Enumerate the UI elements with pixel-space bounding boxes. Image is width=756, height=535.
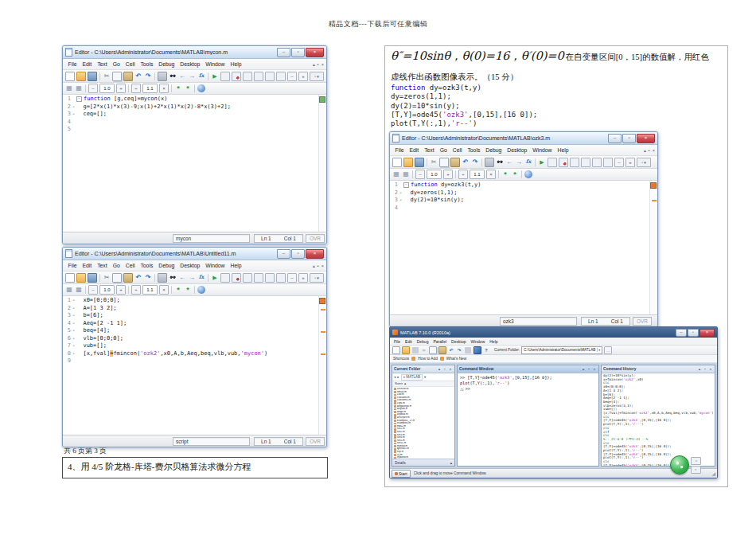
menu-item[interactable]: Go bbox=[437, 147, 450, 153]
pin-icon[interactable]: ▪ bbox=[318, 264, 319, 268]
close-document-icon[interactable]: × bbox=[321, 62, 324, 67]
find-icon[interactable] bbox=[496, 158, 504, 166]
scroll-right-icon[interactable]: ▹ bbox=[691, 466, 701, 474]
close-document-icon[interactable]: × bbox=[592, 367, 597, 371]
forward-icon[interactable]: → bbox=[188, 274, 196, 282]
antivirus-overlay-icon[interactable] bbox=[670, 455, 689, 474]
step-in-icon[interactable] bbox=[265, 273, 275, 283]
details-bar[interactable]: Details▴ bbox=[392, 459, 454, 466]
menu-item[interactable]: Help bbox=[555, 147, 571, 153]
open-icon[interactable] bbox=[76, 273, 86, 283]
code-editor[interactable]: 1- x0=[0;0;0];2- A=[1 3 2];3- b=[6];4- A… bbox=[63, 296, 318, 435]
menu-item[interactable]: Window bbox=[203, 263, 228, 268]
open-icon[interactable] bbox=[76, 72, 86, 81]
overflow-icon[interactable]: » bbox=[298, 72, 308, 81]
eval-advance-icon[interactable]: * bbox=[184, 84, 192, 92]
cell-value-box[interactable]: 1.0 bbox=[99, 285, 115, 295]
toolbar-dropdown[interactable]: – bbox=[614, 158, 624, 167]
shortcut-how-to-add[interactable]: How to Add bbox=[418, 357, 438, 361]
command-window-text[interactable]: >> [T,Y]=ode45('ozk3',[0,15],[16 0]);plo… bbox=[458, 373, 598, 466]
step-icon[interactable] bbox=[254, 72, 263, 81]
scroll-left-icon[interactable]: ◃ bbox=[691, 457, 701, 465]
paste-icon[interactable] bbox=[123, 72, 133, 81]
undo-icon[interactable]: ↶ bbox=[134, 72, 142, 80]
close-button[interactable]: × bbox=[306, 249, 324, 259]
breakpoint-set-icon[interactable] bbox=[232, 72, 241, 81]
close-button[interactable]: × bbox=[699, 329, 715, 337]
forward-icon[interactable]: → bbox=[188, 72, 196, 80]
find-icon[interactable] bbox=[169, 72, 177, 80]
back-icon[interactable]: ← bbox=[505, 158, 513, 166]
redo-icon[interactable]: ↷ bbox=[144, 274, 152, 282]
cell-divider-icon[interactable]: ▦ bbox=[65, 286, 73, 294]
overflow-icon[interactable]: » bbox=[625, 158, 635, 167]
paste-icon[interactable] bbox=[450, 158, 460, 167]
redo-icon[interactable]: ↷ bbox=[471, 158, 479, 166]
new-file-icon[interactable] bbox=[392, 158, 402, 167]
divide-step-button[interactable]: ÷ bbox=[131, 285, 141, 295]
step-in-icon[interactable] bbox=[592, 158, 602, 167]
start-button[interactable]: Start bbox=[392, 470, 411, 478]
menu-item[interactable]: Window bbox=[468, 339, 487, 344]
cell-divider-icon[interactable]: ▦ bbox=[65, 84, 73, 92]
menu-item[interactable]: Edit bbox=[403, 339, 415, 344]
run-icon[interactable]: ▶ bbox=[211, 274, 219, 282]
menu-item[interactable]: Tools bbox=[465, 147, 483, 153]
window-corner-controls[interactable]: ◃ ▹ bbox=[691, 457, 701, 474]
dock-button[interactable]: ▫ ▾ bbox=[310, 273, 324, 283]
decrease-value-button[interactable]: – bbox=[415, 170, 425, 179]
maximize-button[interactable]: ▫ bbox=[291, 48, 305, 57]
status-ovr[interactable]: OVR bbox=[306, 234, 325, 243]
new-file-icon[interactable] bbox=[392, 346, 400, 354]
cell-value-box[interactable]: 1.0 bbox=[99, 84, 115, 93]
breakpoint-clear-icon[interactable] bbox=[243, 72, 252, 81]
fx-icon[interactable]: fx bbox=[524, 158, 532, 166]
menu-item[interactable]: Tools bbox=[138, 61, 156, 67]
menu-item[interactable]: Debug bbox=[156, 263, 177, 268]
title-bar[interactable]: Editor - C:\Users\Administrator\Document… bbox=[390, 132, 657, 145]
menu-item[interactable]: File bbox=[392, 339, 403, 344]
divide-step-button[interactable]: ÷ bbox=[458, 170, 468, 179]
close-document-icon[interactable]: × bbox=[708, 367, 713, 371]
forward-icon[interactable]: → bbox=[515, 158, 523, 166]
fx-icon[interactable]: fx bbox=[197, 274, 205, 282]
close-button[interactable]: × bbox=[306, 48, 324, 57]
cell-divider-icon[interactable]: ▦ bbox=[392, 170, 400, 178]
menu-item[interactable]: Edit bbox=[407, 147, 422, 153]
run-icon[interactable]: ▶ bbox=[211, 72, 219, 80]
maximize-button[interactable]: ▫ bbox=[291, 249, 305, 259]
menu-item[interactable]: File bbox=[392, 147, 407, 153]
menu-item[interactable]: Desktop bbox=[177, 263, 203, 268]
eval-cell-icon[interactable]: * bbox=[501, 170, 509, 178]
undock-editor-icon[interactable]: ▴ bbox=[437, 367, 442, 371]
pin-icon[interactable]: ▪ bbox=[586, 367, 591, 371]
menu-item[interactable]: Help bbox=[487, 339, 500, 344]
close-button[interactable]: × bbox=[637, 134, 655, 143]
cut-icon[interactable]: ✂ bbox=[430, 158, 438, 166]
back-icon[interactable]: ← bbox=[178, 72, 186, 80]
title-bar[interactable]: Editor - C:\Users\Administrator\Document… bbox=[63, 248, 326, 260]
step-icon[interactable] bbox=[254, 273, 263, 283]
code-editor[interactable]: 1−function dy=ozk3(t,y)2- dy=zeros(1,1);… bbox=[390, 181, 649, 314]
cell-divider2-icon[interactable]: ▦ bbox=[402, 170, 410, 178]
title-bar[interactable]: MATLAB 7.10.0 (R2010a) –▫× bbox=[390, 327, 717, 338]
chevron-down-icon[interactable]: ▾ bbox=[424, 375, 426, 379]
cell-step-box[interactable]: 1.1 bbox=[142, 285, 158, 295]
cell-value-box[interactable]: 1.0 bbox=[427, 170, 442, 179]
code-editor[interactable]: 1−function [g,ceq]=mycon(x)2- g=[2*x(1)*… bbox=[63, 95, 318, 232]
history-item[interactable]: [x,fval]=fmincon('ozk2',x0,A,b,Aeq,beq,v… bbox=[603, 412, 713, 416]
cell-step-box[interactable]: 1.1 bbox=[142, 84, 158, 93]
chevron-down-icon[interactable]: ▾ bbox=[597, 348, 600, 352]
paste-icon[interactable] bbox=[438, 346, 446, 354]
step-icon[interactable] bbox=[581, 158, 590, 167]
divide-step-button[interactable]: ÷ bbox=[131, 84, 141, 93]
back-icon[interactable]: ◂ bbox=[394, 375, 396, 379]
menu-item[interactable]: Text bbox=[422, 147, 437, 153]
title-bar[interactable]: Editor - C:\Users\Administrator\Document… bbox=[63, 46, 326, 59]
folder-nav[interactable]: ◂ ▸ « MATLAB ▾ bbox=[392, 373, 454, 381]
command-window-panel[interactable]: Command Window ▴▪× >> [T,Y]=ode45('ozk3'… bbox=[457, 365, 599, 467]
help-icon[interactable]: ? bbox=[483, 347, 489, 353]
menu-item[interactable]: Cell bbox=[123, 263, 138, 268]
name-column-header[interactable]: Name ▲ bbox=[392, 381, 454, 387]
scrollbar-column[interactable] bbox=[318, 296, 326, 435]
